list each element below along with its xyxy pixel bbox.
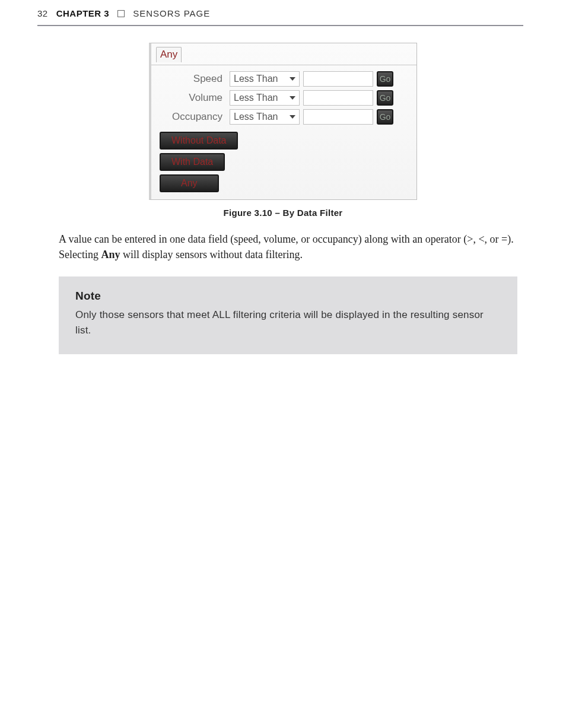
- any-button[interactable]: Any: [160, 174, 219, 192]
- chevron-down-icon: [290, 115, 295, 119]
- note-body: Only those sensors that meet ALL filteri…: [75, 307, 501, 338]
- operator-select-volume[interactable]: Less Than: [230, 90, 300, 106]
- operator-select-volume-value: Less Than: [234, 93, 278, 103]
- operator-select-speed-value: Less Than: [234, 74, 278, 84]
- square-separator-icon: [117, 10, 125, 17]
- chapter-label: CHAPTER 3: [56, 8, 110, 18]
- go-button-volume[interactable]: Go: [377, 90, 393, 106]
- operator-select-speed[interactable]: Less Than: [230, 71, 300, 87]
- embedded-screenshot: Any Speed Less Than Go Volume Less Than: [0, 43, 566, 200]
- value-input-occupancy[interactable]: [303, 109, 373, 125]
- note-heading: Note: [75, 290, 501, 303]
- operator-select-occupancy[interactable]: Less Than: [230, 109, 300, 125]
- label-speed: Speed: [157, 73, 226, 85]
- with-data-button[interactable]: With Data: [160, 153, 225, 171]
- label-occupancy: Occupancy: [157, 111, 226, 123]
- value-input-speed[interactable]: [303, 71, 373, 87]
- filter-panel-body: Speed Less Than Go Volume Less Than: [151, 65, 416, 199]
- page-number: 32: [37, 8, 48, 18]
- page-header: 32 CHAPTER 3 SENSORS PAGE: [37, 8, 523, 18]
- operator-select-occupancy-value: Less Than: [234, 112, 278, 122]
- page: 32 CHAPTER 3 SENSORS PAGE Any Speed Less…: [0, 0, 566, 728]
- value-input-volume[interactable]: [303, 90, 373, 106]
- paragraph-bold: Any: [101, 249, 120, 260]
- go-button-occupancy[interactable]: Go: [377, 109, 393, 125]
- tab-any[interactable]: Any: [156, 47, 182, 62]
- filter-row-occupancy: Occupancy Less Than Go: [157, 109, 411, 125]
- chevron-down-icon: [290, 96, 295, 100]
- paragraph-post: will display sensors without data filter…: [120, 249, 303, 260]
- header-rule: [37, 25, 523, 26]
- figure-caption: Figure 3.10 – By Data Filter: [0, 208, 566, 218]
- label-volume: Volume: [157, 92, 226, 104]
- note-box: Note Only those sensors that meet ALL fi…: [59, 276, 517, 354]
- section-title: SENSORS PAGE: [133, 8, 210, 18]
- chevron-down-icon: [290, 77, 295, 81]
- go-button-speed[interactable]: Go: [377, 71, 393, 87]
- without-data-button[interactable]: Without Data: [160, 132, 238, 150]
- body-paragraph: A value can be entered in one data field…: [59, 231, 517, 262]
- filter-row-volume: Volume Less Than Go: [157, 90, 411, 106]
- filter-row-speed: Speed Less Than Go: [157, 71, 411, 87]
- filter-panel: Any Speed Less Than Go Volume Less Than: [149, 43, 417, 200]
